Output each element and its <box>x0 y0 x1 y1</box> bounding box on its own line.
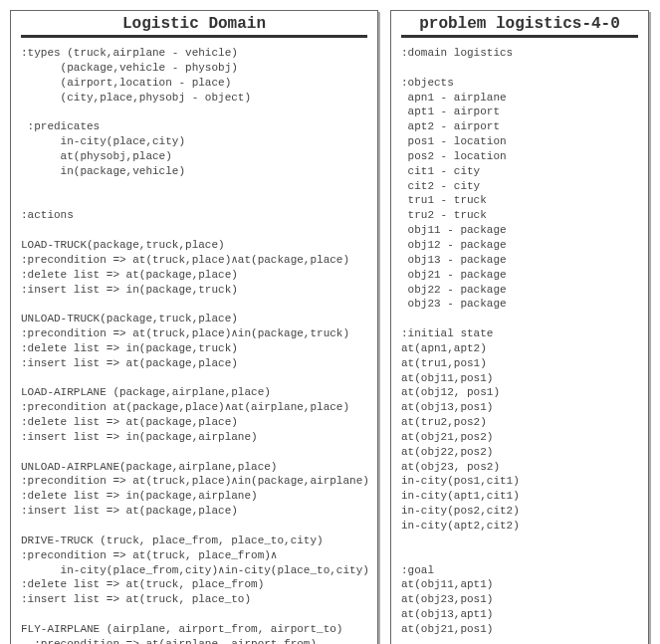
panels-row: Logistic Domain :types (truck,airplane -… <box>10 10 650 644</box>
problem-panel-title: problem logistics-4-0 <box>401 11 638 38</box>
domain-panel-body: :types (truck,airplane - vehicle) (packa… <box>21 46 367 644</box>
problem-panel: problem logistics-4-0 :domain logistics … <box>390 10 649 644</box>
problem-panel-body: :domain logistics :objects apn1 - airpla… <box>401 46 638 637</box>
domain-panel: Logistic Domain :types (truck,airplane -… <box>10 10 378 644</box>
domain-panel-title: Logistic Domain <box>21 11 367 38</box>
